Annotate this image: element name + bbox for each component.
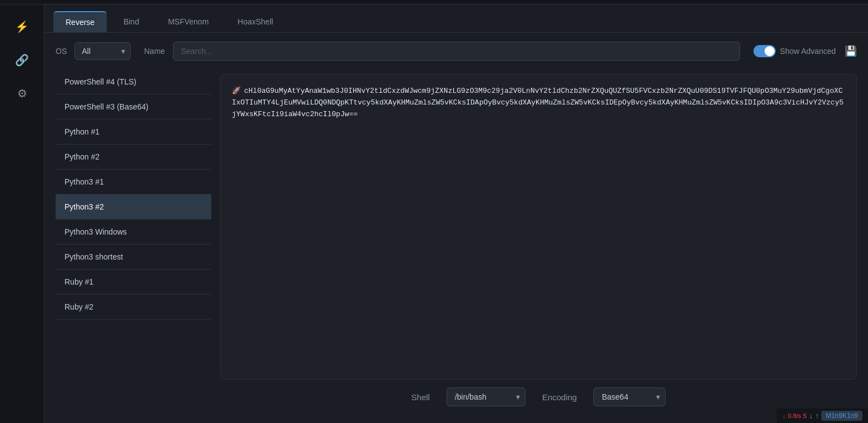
tab-reverse[interactable]: Reverse	[53, 11, 107, 32]
os-select[interactable]: All Linux Windows Mac	[75, 42, 131, 60]
tab-bind[interactable]: Bind	[111, 12, 151, 32]
status-badge[interactable]: M1n9K1n9	[821, 411, 862, 421]
network-icon: ↓	[782, 412, 786, 419]
shell-select-wrapper: /bin/bash /bin/sh /bin/zsh cmd.exe power…	[447, 387, 525, 406]
show-advanced-toggle[interactable]	[753, 45, 776, 57]
list-item[interactable]: PowerShell #3 (Base64)	[56, 94, 211, 120]
dl-icon: ↓	[809, 411, 813, 420]
encoding-select[interactable]: Base64 None URL Hex	[593, 387, 666, 406]
main-container: ⚡ 🔗 ⚙ Reverse Bind MSFVenom HoaxShell OS…	[0, 0, 868, 423]
rocket-icon: 🚀	[232, 87, 241, 95]
list-item[interactable]: Python3 Windows	[56, 220, 211, 245]
tab-msfvenom[interactable]: MSFVenom	[156, 12, 221, 32]
payload-display: 🚀cHl0aG9uMyAtYyAnaW1wb3J0IHNvY2tldCxzdWJ…	[220, 74, 857, 380]
os-label: OS	[56, 47, 67, 56]
status-bar: ↓ 0.8/s S ↓ ↑ M1n9K1n9	[777, 409, 868, 423]
os-select-wrapper: All Linux Windows Mac	[75, 42, 131, 60]
tab-hoaxshell[interactable]: HoaxShell	[225, 12, 285, 32]
shell-list: PowerShell #4 (TLS) PowerShell #3 (Base6…	[56, 69, 211, 423]
list-item[interactable]: PowerShell #4 (TLS)	[56, 69, 211, 94]
nav-icon-2[interactable]: 🔗	[11, 49, 33, 71]
top-bar	[0, 0, 868, 4]
main-content: Reverse Bind MSFVenom HoaxShell OS All L…	[44, 4, 868, 423]
list-item[interactable]: Ruby #1	[56, 270, 211, 295]
speed-label: 0.8/s S	[788, 412, 807, 419]
show-advanced-row: Show Advanced 💾	[753, 45, 857, 57]
list-item[interactable]: Ruby #2	[56, 295, 211, 320]
list-item-selected[interactable]: Python3 #2	[56, 195, 211, 220]
shell-label: Shell	[411, 392, 430, 402]
tabs-row: Reverse Bind MSFVenom HoaxShell	[44, 4, 868, 33]
right-panel: 🚀cHl0aG9uMyAtYyAnaW1wb3J0IHNvY2tldCxzdWJ…	[220, 69, 857, 423]
encoding-label: Encoding	[542, 392, 577, 402]
left-sidebar: ⚡ 🔗 ⚙	[0, 4, 44, 423]
show-advanced-label: Show Advanced	[780, 47, 836, 56]
name-label: Name	[144, 47, 165, 56]
encoding-select-wrapper: Base64 None URL Hex	[593, 387, 666, 406]
filter-row: OS All Linux Windows Mac Name Show Advan…	[44, 33, 868, 69]
nav-icon-1[interactable]: ⚡	[11, 16, 33, 38]
payload-text: cHl0aG9uMyAtYyAnaW1wb3J0IHNvY2tldCxzdWJw…	[232, 87, 844, 118]
list-item[interactable]: Python3 #1	[56, 170, 211, 195]
save-icon[interactable]: 💾	[845, 45, 857, 57]
nav-icon-3[interactable]: ⚙	[11, 82, 33, 104]
bottom-controls: Shell /bin/bash /bin/sh /bin/zsh cmd.exe…	[220, 380, 857, 414]
two-col: PowerShell #4 (TLS) PowerShell #3 (Base6…	[44, 69, 868, 423]
content-area: ⚡ 🔗 ⚙ Reverse Bind MSFVenom HoaxShell OS…	[0, 4, 868, 423]
search-input[interactable]	[173, 42, 740, 61]
up-icon: ↑	[815, 411, 819, 420]
shell-select[interactable]: /bin/bash /bin/sh /bin/zsh cmd.exe power…	[447, 387, 525, 406]
list-item[interactable]: Python3 shortest	[56, 245, 211, 270]
list-item[interactable]: Python #1	[56, 120, 211, 145]
list-item[interactable]: Python #2	[56, 145, 211, 170]
